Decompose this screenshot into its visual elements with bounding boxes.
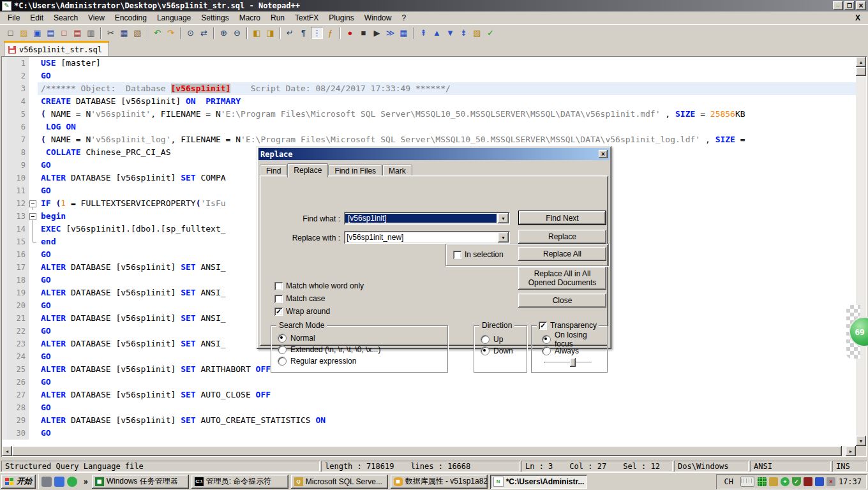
taskbar-task-database[interactable]: ◼数据库属性 - v51sp1a82 [391,475,488,489]
line-number[interactable]: 8 [7,146,29,159]
redo-icon[interactable]: ↷ [165,27,177,39]
dialog-tab-replace[interactable]: Replace [287,163,328,177]
line-number[interactable]: 30 [7,427,29,440]
line-number[interactable]: 13 [7,210,29,223]
line-text[interactable]: USE [master] [38,57,856,70]
word-wrap-icon[interactable]: ↵ [284,27,296,39]
copy-icon[interactable]: ▦ [118,27,130,39]
fold-margin[interactable] [29,401,38,414]
wrap-around-checkbox[interactable]: Wrap around [274,307,330,316]
volume-muted-icon[interactable]: × [827,477,835,486]
line-number[interactable]: 21 [7,312,29,325]
bookmark-margin[interactable] [2,57,7,70]
line-number[interactable]: 2 [7,70,29,82]
close-all-docs-icon[interactable]: ▤ [71,27,84,39]
replace-with-combobox[interactable]: [v56sp1init_new] [344,231,510,244]
fold-margin[interactable] [29,95,38,108]
clock[interactable]: 17:37 [839,477,862,486]
line-number[interactable]: 11 [7,184,29,197]
line-text[interactable]: ( NAME = N'v56sp1init', FILENAME = N'E:\… [38,108,856,121]
bookmark-margin[interactable] [2,82,7,95]
line-number[interactable]: 26 [7,376,29,389]
paste-icon[interactable]: ▧ [131,27,144,39]
fold-margin[interactable] [29,338,38,350]
scroll-down-icon[interactable] [856,436,866,446]
fold-margin[interactable] [29,210,38,223]
fold-margin[interactable] [29,325,38,338]
horizontal-scrollbar[interactable] [2,446,856,456]
line-number[interactable]: 23 [7,338,29,350]
horizontal-scroll-thumb[interactable] [12,446,842,456]
fold-margin[interactable] [29,70,38,82]
match-whole-word-checkbox[interactable]: Match whole word only [274,281,364,290]
line-text[interactable]: GO [38,401,856,414]
transparency-slider-thumb[interactable] [570,358,576,367]
line-text[interactable]: ALTER DATABASE [v56sp1init] SET AUTO_CLO… [38,389,856,401]
taskbar-task-notepadpp[interactable]: N*C:\Users\Administr... [490,475,587,489]
line-number[interactable]: 29 [7,414,29,427]
code-line[interactable]: 30GO [2,427,856,440]
save-all-icon[interactable]: ▤ [45,27,57,39]
bookmark-margin[interactable] [2,261,7,274]
code-line[interactable]: 29ALTER DATABASE [v56sp1init] SET AUTO_C… [2,414,856,427]
line-text[interactable]: CREATE DATABASE [v56sp1init] ON PRIMARY [38,95,856,108]
bookmark-margin[interactable] [2,248,7,261]
network-computers-icon[interactable] [815,477,824,486]
line-text[interactable]: GO [38,70,856,82]
bookmark-margin[interactable] [2,210,7,223]
replace-all-open-button[interactable]: Replace All in All Opened Documents [518,267,606,290]
bookmark-margin[interactable] [2,312,7,325]
menu-macro[interactable]: Macro [234,12,266,24]
replace-with-value[interactable]: [v56sp1init_new] [344,233,497,242]
close-doc-icon[interactable]: □ [58,27,70,39]
menubar-close-icon[interactable]: X [850,13,865,22]
minimize-button[interactable] [833,1,843,10]
sync-horizontal-icon[interactable]: ◨ [264,27,276,39]
code-line[interactable]: 6 LOG ON [2,121,856,133]
transparency-slider[interactable] [544,358,592,367]
taskbar-task-task-manager[interactable]: ▦Windows 任务管理器 [92,475,189,489]
line-number[interactable]: 25 [7,363,29,376]
code-line[interactable]: 1USE [master] [2,57,856,70]
replace-icon[interactable]: ⇄ [198,27,210,39]
next-bookmark-icon[interactable]: ▼ [444,27,456,39]
start-button[interactable]: 开始 [1,475,36,489]
keyboard-icon[interactable] [740,477,754,487]
fold-margin[interactable] [29,235,38,248]
server-icon[interactable] [41,477,52,487]
bookmark-margin[interactable] [2,376,7,389]
stop-macro-icon[interactable]: ■ [357,27,370,39]
bookmark-margin[interactable] [2,389,7,401]
line-text[interactable]: ( NAME = N'v56sp1init_log', FILENAME = N… [38,133,856,146]
fold-margin[interactable] [29,172,38,184]
green-plus-icon[interactable]: + [781,477,789,486]
sync-vertical-icon[interactable]: ◧ [251,27,263,39]
print-icon[interactable]: ▥ [85,27,97,39]
line-number[interactable]: 10 [7,172,29,184]
transparency-radio-on-losing-focus[interactable]: On losing focus [542,334,607,345]
find-icon[interactable]: ⊙ [184,27,197,39]
bookmark-margin[interactable] [2,325,7,338]
fold-margin[interactable] [29,350,38,363]
code-line[interactable]: 5( NAME = N'v56sp1init', FILENAME = N'E:… [2,108,856,121]
line-number[interactable]: 28 [7,401,29,414]
bookmark-margin[interactable] [2,146,7,159]
bookmark-margin[interactable] [2,414,7,427]
transparency-checkbox[interactable]: Transparency [537,321,599,330]
fold-margin[interactable] [29,223,38,235]
line-number[interactable]: 6 [7,121,29,133]
fold-margin[interactable] [29,389,38,401]
menu-language[interactable]: Language [152,12,196,24]
bookmark-margin[interactable] [2,184,7,197]
line-number[interactable]: 1 [7,57,29,70]
fold-margin[interactable] [29,108,38,121]
line-text[interactable]: GO [38,427,856,440]
zoom-out-icon[interactable]: ⊖ [231,27,243,39]
language-indicator[interactable]: CH [720,477,737,486]
line-text[interactable]: GO [38,376,856,389]
key-user-icon[interactable] [769,477,778,486]
line-number[interactable]: 20 [7,299,29,312]
code-line[interactable]: 2GO [2,70,856,82]
fold-margin[interactable] [29,121,38,133]
play-macro-icon[interactable]: ▶ [371,27,383,39]
